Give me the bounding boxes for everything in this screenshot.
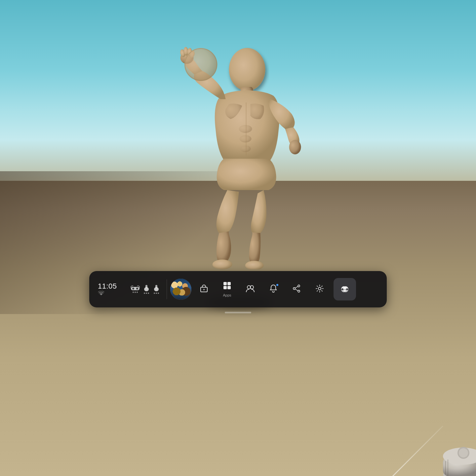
share-icon [292,284,301,294]
settings-icon [315,284,324,294]
svg-point-40 [293,288,295,290]
svg-point-14 [245,261,264,269]
notifications-button[interactable] [263,276,284,302]
svg-line-42 [295,287,298,288]
svg-line-43 [295,289,298,291]
svg-point-3 [240,135,252,142]
apps-icon [223,281,231,291]
svg-point-24 [132,288,134,290]
people-icon [246,285,255,294]
svg-point-39 [298,285,300,287]
svg-point-12 [289,140,301,154]
svg-point-13 [213,259,232,269]
people-button[interactable] [240,276,261,302]
svg-point-0 [229,48,265,91]
settings-button[interactable] [309,276,330,302]
store-button[interactable] [193,276,215,302]
controller-right-icon [153,285,160,294]
taskbar-time-section: 11:05 [95,282,125,297]
headset-icon [131,286,140,293]
svg-rect-34 [227,282,231,285]
taskbar-time: 11:05 [98,282,117,291]
svg-rect-35 [223,286,227,289]
vr-scene: 11:05 [0,0,476,476]
share-button[interactable] [286,276,307,302]
store-icon [200,284,208,294]
svg-point-4 [240,145,251,152]
vr-controller [377,377,476,476]
avatar-button[interactable] [170,279,191,300]
svg-point-25 [136,288,138,290]
svg-rect-27 [145,285,147,288]
svg-point-41 [298,290,300,292]
vr-taskbar: 11:05 [89,271,387,307]
meta-button[interactable] [334,278,356,300]
taskbar-devices [127,285,163,294]
notifications-icon [269,284,277,294]
svg-rect-33 [223,282,227,285]
svg-point-10 [184,48,218,81]
svg-rect-36 [227,286,231,289]
apps-label: Apps [223,293,231,297]
meta-logo-icon [339,285,351,294]
controller-left-icon [143,285,150,294]
avatar-image [170,279,191,300]
apps-button[interactable]: Apps [217,276,238,302]
3d-figure [178,38,303,269]
wifi-icon [98,291,104,297]
taskbar-divider-1 [167,279,167,299]
notification-dot [276,284,279,286]
svg-point-2 [239,125,252,133]
svg-point-22 [459,448,468,457]
svg-point-44 [318,287,321,290]
svg-rect-29 [155,285,157,288]
svg-rect-23 [131,287,139,290]
